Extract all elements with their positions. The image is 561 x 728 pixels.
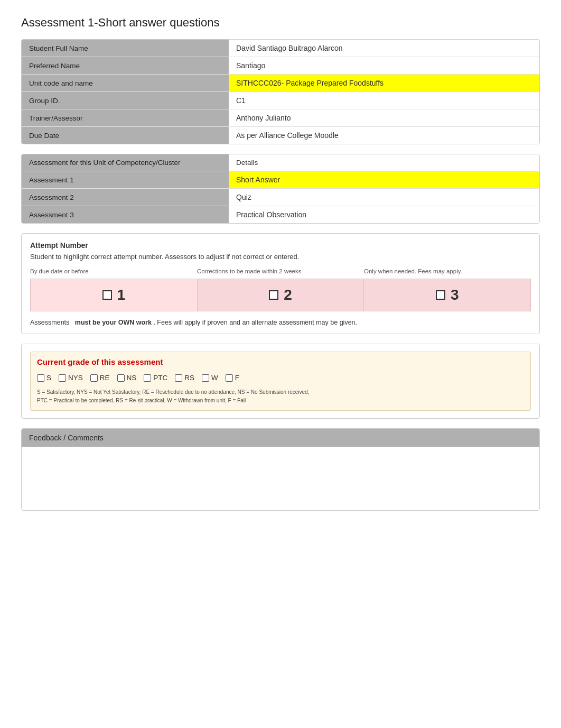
label-trainer: Trainer/Assessor xyxy=(22,109,229,127)
label-due-date: Due Date xyxy=(22,127,229,144)
checkbox-3-icon[interactable] xyxy=(436,290,445,300)
value-group-id: C1 xyxy=(229,92,539,109)
grade-label-w: W xyxy=(211,374,218,382)
table-row: Preferred Name Santiago xyxy=(22,57,539,75)
radio-ns[interactable] xyxy=(117,374,125,382)
attempt-number-title: Attempt Number xyxy=(30,241,531,250)
value-due-date: As per Alliance College Moodle xyxy=(229,127,539,144)
attempt-boxes: 1 2 3 xyxy=(30,279,531,311)
attempt-box-2[interactable]: 2 xyxy=(198,279,364,311)
attempt-header-row: By due date or before Corrections to be … xyxy=(30,267,531,275)
grade-label-nys: NYS xyxy=(68,374,83,382)
grade-label-ptc: PTC xyxy=(153,374,167,382)
grade-section: Current grade of this assessment S NYS R… xyxy=(21,344,540,419)
label-assessment-1: Assessment 1 xyxy=(22,171,229,189)
grade-legend-line1: S = Satisfactory, NYS = Not Yet Satisfac… xyxy=(37,388,524,397)
grade-legend: S = Satisfactory, NYS = Not Yet Satisfac… xyxy=(37,388,524,405)
label-competency-header: Assessment for this Unit of Competency/C… xyxy=(22,154,229,171)
grade-label-ns: NS xyxy=(127,374,137,382)
grade-label-re: RE xyxy=(100,374,110,382)
table-row: Unit code and name SITHCCC026- Package P… xyxy=(22,75,539,92)
grade-option-rs[interactable]: RS xyxy=(175,372,202,384)
table-row: Trainer/Assessor Anthony Julianto xyxy=(22,109,539,127)
grade-option-ns[interactable]: NS xyxy=(117,372,144,384)
value-assessment-3: Practical Observation xyxy=(229,206,539,224)
radio-nys[interactable] xyxy=(59,374,66,382)
attempt-col-header-3: Only when needed. Fees may apply. xyxy=(364,267,531,275)
radio-w[interactable] xyxy=(202,374,209,382)
grade-label-f: F xyxy=(235,374,239,382)
attempt-number-1: 1 xyxy=(117,287,126,303)
label-preferred-name: Preferred Name xyxy=(22,57,229,75)
feedback-header: Feedback / Comments xyxy=(22,429,539,447)
radio-re[interactable] xyxy=(90,374,98,382)
assessment-table-card: Assessment for this Unit of Competency/C… xyxy=(21,154,540,224)
radio-s[interactable] xyxy=(37,374,44,382)
label-assessment-3: Assessment 3 xyxy=(22,206,229,224)
attempt-col-header-1: By due date or before xyxy=(30,267,197,275)
attempt-box-3[interactable]: 3 xyxy=(364,279,530,311)
label-group-id: Group ID. xyxy=(22,92,229,109)
attempt-box-1[interactable]: 1 xyxy=(31,279,198,311)
own-work-line: Assessments must be your OWN work . Fees… xyxy=(30,316,531,326)
grade-option-s[interactable]: S xyxy=(37,372,59,384)
attempt-col-header-2: Corrections to be made within 2 weeks xyxy=(197,267,364,275)
value-unit-code: SITHCCC026- Package Prepared Foodstuffs xyxy=(229,75,539,92)
attempt-number-3: 3 xyxy=(451,287,459,303)
grade-options: S NYS RE NS PTC RS xyxy=(37,372,524,384)
attempt-number-2: 2 xyxy=(284,287,292,303)
student-info-table: Student Full Name David Santiago Buitrag… xyxy=(22,40,539,144)
grade-title: Current grade of this assessment xyxy=(37,357,524,366)
value-assessment-2: Quiz xyxy=(229,189,539,206)
feedback-body[interactable] xyxy=(22,447,539,510)
table-row: Assessment 3 Practical Observation xyxy=(22,206,539,224)
attempt-number-card: Attempt Number Student to highlight corr… xyxy=(21,233,540,334)
radio-rs[interactable] xyxy=(175,374,182,382)
radio-ptc[interactable] xyxy=(144,374,151,382)
table-row: Assessment 1 Short Answer xyxy=(22,171,539,189)
table-row: Assessment 2 Quiz xyxy=(22,189,539,206)
checkbox-2-icon[interactable] xyxy=(269,290,278,300)
grade-label-s: S xyxy=(46,374,51,382)
own-work-text-1: Assessments xyxy=(30,319,69,326)
grade-legend-line2: PTC = Practical to be completed, RS = Re… xyxy=(37,397,524,405)
table-row: Group ID. C1 xyxy=(22,92,539,109)
label-assessment-2: Assessment 2 xyxy=(22,189,229,206)
feedback-card: Feedback / Comments xyxy=(21,428,540,511)
value-preferred-name: Santiago xyxy=(229,57,539,75)
table-row: Student Full Name David Santiago Buitrag… xyxy=(22,40,539,57)
attempt-number-desc: Student to highlight correct attempt num… xyxy=(30,253,531,261)
page-title: Assessment 1-Short answer questions xyxy=(21,16,540,30)
grade-option-ptc[interactable]: PTC xyxy=(144,372,175,384)
assessment-competency-table: Assessment for this Unit of Competency/C… xyxy=(22,154,539,223)
grade-label-rs: RS xyxy=(184,374,194,382)
label-student-full-name: Student Full Name xyxy=(22,40,229,57)
value-details-header: Details xyxy=(229,154,539,171)
value-student-full-name: David Santiago Buitrago Alarcon xyxy=(229,40,539,57)
checkbox-1-icon[interactable] xyxy=(102,290,112,300)
value-assessment-1: Short Answer xyxy=(229,171,539,189)
grade-section-inner: Current grade of this assessment S NYS R… xyxy=(30,352,531,411)
table-row: Assessment for this Unit of Competency/C… xyxy=(22,154,539,171)
label-unit-code: Unit code and name xyxy=(22,75,229,92)
value-trainer: Anthony Julianto xyxy=(229,109,539,127)
table-row: Due Date As per Alliance College Moodle xyxy=(22,127,539,144)
grade-option-f[interactable]: F xyxy=(226,372,247,384)
own-work-text-2: . Fees will apply if proven and an alter… xyxy=(153,319,357,326)
grade-option-w[interactable]: W xyxy=(202,372,226,384)
grade-option-nys[interactable]: NYS xyxy=(59,372,90,384)
radio-f[interactable] xyxy=(226,374,233,382)
own-work-bold: must be your OWN work xyxy=(75,319,152,326)
grade-option-re[interactable]: RE xyxy=(90,372,117,384)
student-info-card: Student Full Name David Santiago Buitrag… xyxy=(21,39,540,144)
